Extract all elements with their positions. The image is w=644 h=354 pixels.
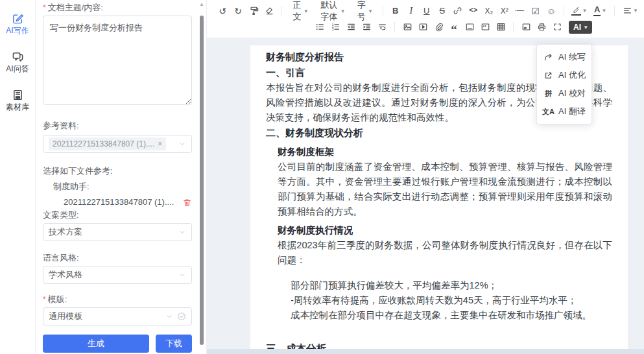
chevron-down-icon: ▾ xyxy=(369,8,372,14)
toolbar-separator xyxy=(383,6,383,16)
ai-menu-item-label: AI 翻译 xyxy=(558,106,586,117)
scrollbar-thumb[interactable] xyxy=(200,16,204,345)
toolbar-separator xyxy=(564,6,564,16)
scroll-up-icon[interactable]: ▲ xyxy=(198,1,205,8)
redo-icon[interactable]: ↻ xyxy=(231,4,245,18)
divider-icon[interactable] xyxy=(462,20,477,34)
ai-button-label: AI xyxy=(573,23,581,32)
sidebar-item-ai-qa[interactable]: AI问答 xyxy=(6,50,29,73)
chevron-down-icon: ▾ xyxy=(602,8,606,14)
code-block-icon[interactable] xyxy=(478,20,492,34)
sidebar-item-ai-write[interactable]: AI写作 xyxy=(6,12,29,34)
delete-file-icon[interactable] xyxy=(182,198,192,207)
chevron-down-icon: ▾ xyxy=(584,24,588,30)
toolbar-row-2: 123“AI▾ xyxy=(215,19,640,35)
chevron-down-icon: ▾ xyxy=(305,8,308,14)
task-list-icon[interactable]: ☑ xyxy=(529,4,543,18)
doc-block-li2: 成本控制在部分项目中存在超支现象，主要集中在研发和市场推广领域。 xyxy=(266,308,612,323)
strikethrough-icon[interactable]: S xyxy=(435,4,449,18)
embed-icon[interactable] xyxy=(519,20,533,34)
toolbar-separator xyxy=(281,6,282,16)
topic-input[interactable]: 写一份财务制度分析报告 xyxy=(43,16,192,105)
text-wrap-icon[interactable] xyxy=(375,20,389,34)
ai-menu-item-2[interactable]: AI 优化 xyxy=(537,66,591,84)
link-icon[interactable] xyxy=(451,4,465,18)
file-name: 2021122715133847807 (1).... xyxy=(64,196,174,209)
reference-label: 参考资料: xyxy=(43,121,192,131)
undo-icon[interactable]: ↺ xyxy=(215,4,230,18)
font-family-select-label: 默认字体 xyxy=(320,0,338,23)
blockquote-icon[interactable]: “ xyxy=(447,20,461,34)
highlight-color-icon[interactable]: ▾ xyxy=(569,4,588,18)
svg-text:3: 3 xyxy=(331,28,333,31)
doc-block-li2: -周转效率有待提高，应收账款周转天数为45天，高于行业平均水平； xyxy=(266,293,612,308)
image-icon[interactable] xyxy=(400,20,414,34)
underline-icon[interactable]: U xyxy=(420,4,434,18)
indent-icon[interactable] xyxy=(359,20,374,34)
ai-write-form-panel: * 文档主题/内容: 写一份财务制度分析报告 参考资料: 20211227151… xyxy=(36,0,206,354)
template-label: * 模版: xyxy=(43,294,192,305)
horizontal-rule-icon[interactable] xyxy=(513,4,527,18)
file-row: 2021122715133847807 (1).... xyxy=(43,196,192,209)
ai-proofread-icon: 拼 xyxy=(543,90,554,97)
ai-menu-item-4[interactable]: 文AAI 翻译 xyxy=(537,102,591,121)
ai-menu-item-label: AI 校对 xyxy=(558,88,586,99)
chevron-down-icon: ▾ xyxy=(634,8,638,14)
font-size-select[interactable]: 字号▾ xyxy=(351,4,379,18)
library-icon xyxy=(11,88,24,101)
horizontal-scrollbar[interactable] xyxy=(207,349,644,354)
ai-dropdown-button[interactable]: AI▾ xyxy=(569,21,592,34)
template-select[interactable]: 通用模板 xyxy=(43,307,192,325)
doc-type-select[interactable]: 技术方案 xyxy=(43,223,192,241)
font-color-icon[interactable]: A▾ xyxy=(590,4,609,18)
bullet-list-icon[interactable] xyxy=(313,20,327,34)
doc-block-sh: 财务制度框架 xyxy=(266,144,612,159)
ai-menu-item-label: AI 续写 xyxy=(558,52,586,62)
ai-menu-item-3[interactable]: 拼AI 校对 xyxy=(537,84,591,102)
ai-continue-icon xyxy=(543,53,554,62)
chevron-down-icon: ▾ xyxy=(583,8,586,14)
subscript-icon[interactable]: X₂ xyxy=(482,4,496,18)
reference-select[interactable]: 2021122715133847807 (1).... × xyxy=(43,135,192,153)
reference-tag[interactable]: 2021122715133847807 (1).... × xyxy=(49,137,166,150)
doc-type-label: 文案类型: xyxy=(43,210,192,220)
inline-code-icon[interactable]: <> xyxy=(466,4,481,18)
sidebar-item-material-library[interactable]: 素材库 xyxy=(6,88,29,111)
tag-remove-icon[interactable]: × xyxy=(158,139,162,148)
superscript-icon[interactable]: X² xyxy=(497,4,512,18)
toolbar-separator xyxy=(394,22,395,32)
video-icon[interactable] xyxy=(416,20,430,34)
attachment-icon[interactable] xyxy=(431,20,446,34)
sidebar-item-label: AI写作 xyxy=(6,27,29,34)
outdent-icon[interactable] xyxy=(344,20,358,34)
doc-block-p1: 公司目前的制度涵盖了资金管理、成本控制、预算管理、核算与报告、风险管理等方面。其… xyxy=(266,159,612,219)
chevron-down-icon xyxy=(165,313,173,320)
ordered-list-icon[interactable]: 123 xyxy=(328,20,342,34)
align-icon[interactable]: ▾ xyxy=(620,4,639,18)
bold-icon[interactable]: B xyxy=(388,4,403,18)
write-icon xyxy=(11,12,24,25)
fullscreen-icon[interactable] xyxy=(550,20,564,34)
sidebar-item-label: 素材库 xyxy=(6,103,29,111)
generate-button[interactable]: 生成 xyxy=(43,335,149,353)
style-select[interactable]: 学术风格 xyxy=(43,266,192,284)
italic-icon[interactable]: I xyxy=(404,4,418,18)
table-icon[interactable] xyxy=(494,20,508,34)
panel-scrollbar[interactable]: ▲ xyxy=(198,1,205,353)
form-actions: 生成 下载 xyxy=(43,335,192,353)
toolbar-separator xyxy=(513,22,514,32)
emoji-icon[interactable]: ☺ xyxy=(544,4,558,18)
qa-icon xyxy=(11,50,24,63)
paragraph-style-select[interactable]: 正文▾ xyxy=(287,4,315,18)
doc-block-h: 二、财务制度现状分析 xyxy=(266,125,612,141)
doc-block-li: 部分部门预算执行偏差较大，平均偏差率为12%； xyxy=(266,278,612,293)
clear-format-icon[interactable] xyxy=(262,4,276,18)
ai-translate-icon: 文A xyxy=(543,108,554,115)
ai-menu-item-1[interactable]: AI 续写 xyxy=(537,48,591,66)
download-button[interactable]: 下载 xyxy=(156,335,192,353)
format-painter-icon[interactable] xyxy=(246,4,261,18)
print-icon[interactable] xyxy=(534,20,549,34)
style-label: 语言风格: xyxy=(43,253,192,263)
font-family-select[interactable]: 默认字体▾ xyxy=(314,4,351,18)
app-window: AI写作AI问答素材库 * 文档主题/内容: 写一份财务制度分析报告 参考资料:… xyxy=(0,0,644,354)
